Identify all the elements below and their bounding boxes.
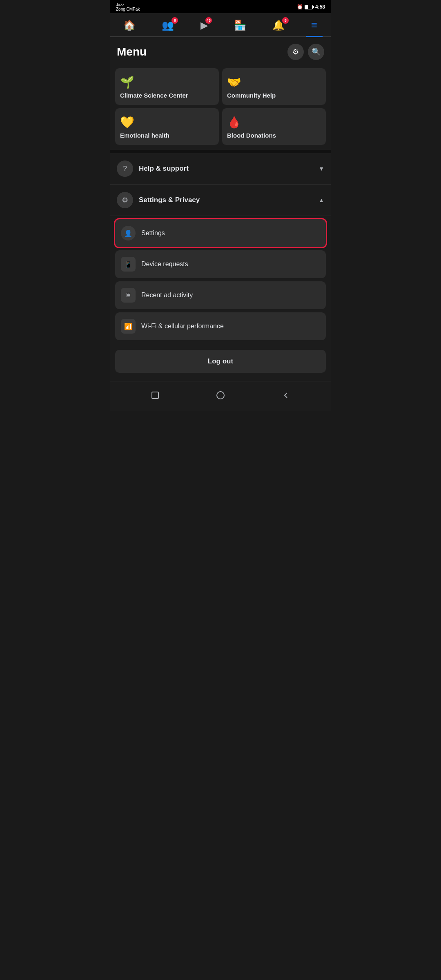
page-title: Menu [117,45,147,58]
menu-icon: ≡ [311,19,318,31]
groups-badge: 8 [172,17,178,24]
climate-icon: 🌱 [120,76,214,89]
help-icon: ? [117,160,133,177]
grid-section: 🌱 Climate Science Center 💛 Emotional hea… [110,65,331,150]
gear-icon: ⚙ [117,192,133,208]
time-label: 4:58 [315,4,325,10]
help-support-item[interactable]: ? Help & support ▼ [110,153,331,185]
bottom-nav [110,381,331,411]
grid-item-community[interactable]: 🤝 Community Help [222,68,326,105]
recent-ad-item[interactable]: 🖥 Recent ad activity [115,281,326,309]
device-requests-label: Device requests [141,261,188,268]
climate-label: Climate Science Center [120,91,214,100]
wifi-cellular-label: Wi-Fi & cellular performance [141,323,224,330]
nav-notifications[interactable]: 🔔 8 [267,18,290,33]
ad-icon: 🖥 [121,288,136,303]
search-button[interactable]: 🔍 [308,44,324,60]
battery-fill [305,5,308,9]
nav-video[interactable]: ▶ 45 [196,18,213,33]
notifications-badge: 8 [282,17,289,24]
android-square-button[interactable] [148,388,163,403]
wifi-icon: 📶 [121,319,136,334]
community-label: Community Help [227,91,321,100]
settings-privacy-label: Settings & Privacy [139,196,200,204]
home-icon: 🏠 [123,20,136,31]
marketplace-icon: 🏪 [234,20,246,31]
chevron-up-icon: ▲ [318,197,324,203]
recent-ad-label: Recent ad activity [141,292,193,299]
svg-rect-0 [152,392,158,399]
battery-icon [305,5,313,9]
settings-sub-section: 👤 Settings 📱 Device requests 🖥 Recent ad… [110,216,331,347]
settings-privacy-item[interactable]: ⚙ Settings & Privacy ▲ [110,185,331,216]
settings-button[interactable]: ⚙ [287,44,304,60]
status-right: ⏰ 4:58 [297,4,325,10]
device-icon: 📱 [121,257,136,272]
carrier2-label: Zong CMPak [116,7,140,11]
video-badge: 45 [205,17,212,24]
list-section: ? Help & support ▼ ⚙ Settings & Privacy … [110,153,331,216]
wifi-cellular-item[interactable]: 📶 Wi-Fi & cellular performance [115,312,326,340]
settings-privacy-left: ⚙ Settings & Privacy [117,192,200,208]
alarm-icon: ⏰ [297,4,303,10]
emotional-icon: 💛 [120,116,214,129]
svg-point-1 [217,392,224,399]
device-requests-item[interactable]: 📱 Device requests [115,250,326,278]
grid-item-blood[interactable]: 🩸 Blood Donations [222,108,326,145]
blood-icon: 🩸 [227,116,321,129]
emotional-label: Emotional health [120,131,214,140]
nav-menu[interactable]: ≡ [306,17,323,33]
grid-item-climate[interactable]: 🌱 Climate Science Center [115,68,219,105]
grid-2col: 🌱 Climate Science Center 💛 Emotional hea… [115,68,326,145]
help-support-label: Help & support [139,165,189,173]
section-divider [110,150,331,153]
header-actions: ⚙ 🔍 [287,44,324,60]
android-back-button[interactable] [278,388,293,403]
nav-home[interactable]: 🏠 [118,18,140,33]
page-header: Menu ⚙ 🔍 [110,37,331,65]
settings-sub-label: Settings [141,229,165,237]
carrier-info: Jazz Zong CMPak [116,2,140,11]
community-icon: 🤝 [227,76,321,89]
nav-groups[interactable]: 👥 8 [157,18,179,33]
logout-section: Log out [110,347,331,381]
user-settings-icon: 👤 [121,226,136,241]
logout-button[interactable]: Log out [115,350,326,373]
carrier1-label: Jazz [116,2,140,7]
blood-label: Blood Donations [227,131,321,140]
settings-sub-item[interactable]: 👤 Settings [115,219,326,247]
nav-bar: 🏠 👥 8 ▶ 45 🏪 🔔 8 ≡ [110,13,331,37]
grid-item-emotional[interactable]: 💛 Emotional health [115,108,219,145]
help-support-left: ? Help & support [117,160,189,177]
status-bar: Jazz Zong CMPak ⏰ 4:58 [110,0,331,13]
chevron-down-icon: ▼ [318,165,324,172]
nav-marketplace[interactable]: 🏪 [229,18,251,33]
android-home-button[interactable] [213,388,228,403]
